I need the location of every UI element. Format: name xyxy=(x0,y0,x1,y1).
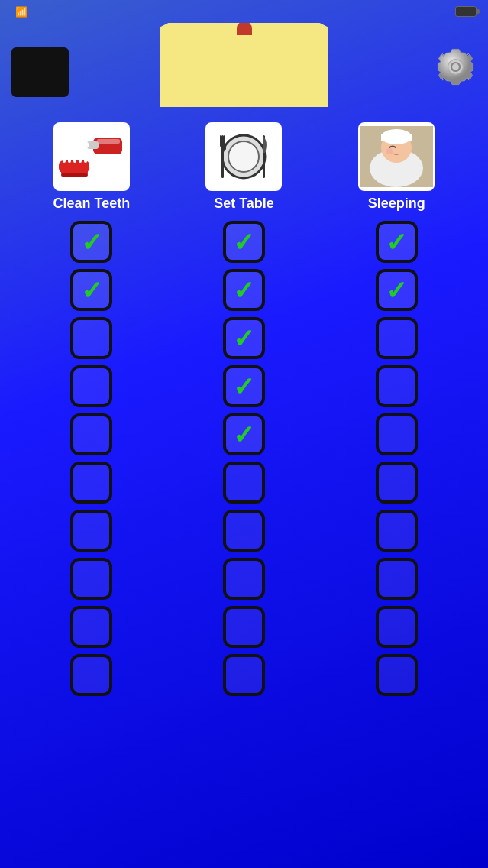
checkmark-icon: ✓ xyxy=(386,277,407,303)
svg-rect-19 xyxy=(220,135,221,147)
checkbox-column-1: ✓✓✓✓✓ xyxy=(175,221,312,696)
baby-icon xyxy=(360,126,433,187)
svg-rect-8 xyxy=(63,157,66,163)
task-image-clean-teeth[interactable] xyxy=(53,122,130,191)
svg-rect-18 xyxy=(221,135,224,178)
svg-rect-27 xyxy=(381,134,412,141)
checkbox-col0-row7[interactable] xyxy=(70,558,112,600)
checkbox-col2-row4[interactable] xyxy=(376,413,418,455)
checkbox-col2-row0[interactable]: ✓ xyxy=(376,221,418,263)
task-label-clean-teeth: Clean Teeth xyxy=(53,196,130,212)
svg-point-17 xyxy=(228,141,259,172)
svg-point-1 xyxy=(448,60,464,75)
checkbox-col1-row4[interactable]: ✓ xyxy=(223,413,265,455)
checkmark-icon: ✓ xyxy=(233,422,254,448)
checkmark-icon: ✓ xyxy=(233,277,254,303)
checkmark-icon: ✓ xyxy=(233,229,254,255)
svg-rect-9 xyxy=(68,157,71,163)
checkbox-col1-row7[interactable] xyxy=(223,558,265,600)
plate-icon xyxy=(208,126,280,187)
checkbox-column-0: ✓✓ xyxy=(23,221,160,696)
checkbox-col1-row0[interactable]: ✓ xyxy=(223,221,265,263)
wifi-icon: 📶 xyxy=(15,6,27,18)
checkbox-col2-row6[interactable] xyxy=(376,510,418,552)
camera-box xyxy=(11,47,69,97)
svg-rect-12 xyxy=(84,157,87,163)
checkbox-column-2: ✓✓ xyxy=(328,221,465,696)
checkbox-col2-row3[interactable] xyxy=(376,365,418,407)
task-image-set-table[interactable] xyxy=(205,122,282,191)
checkbox-col2-row2[interactable] xyxy=(376,317,418,359)
checkbox-col0-row1[interactable]: ✓ xyxy=(70,269,112,311)
header-area xyxy=(0,23,488,115)
status-left: 📶 xyxy=(11,6,27,18)
checkbox-col2-row5[interactable] xyxy=(376,462,418,504)
settings-button[interactable] xyxy=(435,46,477,88)
svg-point-28 xyxy=(386,148,393,154)
checkbox-col0-row4[interactable] xyxy=(70,413,112,455)
checkmark-icon: ✓ xyxy=(233,326,254,351)
checkbox-col0-row3[interactable] xyxy=(70,365,112,407)
battery-icon xyxy=(455,6,477,17)
svg-point-6 xyxy=(82,142,89,148)
checkmark-icon: ✓ xyxy=(386,229,407,255)
toothbrush-icon xyxy=(55,126,128,187)
checkmark-icon: ✓ xyxy=(233,374,254,400)
checkbox-col2-row9[interactable] xyxy=(376,654,418,696)
checkbox-col1-row1[interactable]: ✓ xyxy=(223,269,265,311)
checkbox-col2-row8[interactable] xyxy=(376,606,418,648)
column-header-clean-teeth: Clean Teeth xyxy=(23,122,160,212)
checkmark-icon: ✓ xyxy=(81,229,102,255)
svg-rect-10 xyxy=(73,157,76,163)
checkbox-col1-row9[interactable] xyxy=(223,654,265,696)
task-label-set-table: Set Table xyxy=(214,196,274,212)
svg-rect-4 xyxy=(97,139,120,144)
svg-rect-11 xyxy=(79,157,82,163)
column-headers: Clean Teeth xyxy=(15,122,473,212)
column-header-set-table: Set Table xyxy=(175,122,312,212)
tasks-area: Clean Teeth xyxy=(0,122,488,696)
checkbox-col1-row2[interactable]: ✓ xyxy=(223,317,265,359)
checkbox-col1-row5[interactable] xyxy=(223,462,265,504)
checkmark-icon: ✓ xyxy=(81,277,102,303)
checkbox-col0-row0[interactable]: ✓ xyxy=(70,221,112,263)
checkbox-col2-row1[interactable]: ✓ xyxy=(376,269,418,311)
task-image-sleeping[interactable] xyxy=(358,122,435,191)
checkbox-col0-row9[interactable] xyxy=(70,654,112,696)
task-label-sleeping: Sleeping xyxy=(368,196,425,212)
svg-rect-20 xyxy=(224,135,225,147)
svg-rect-21 xyxy=(221,146,226,150)
status-right xyxy=(455,6,477,17)
status-bar: 📶 xyxy=(0,0,488,23)
checkbox-col0-row6[interactable] xyxy=(70,510,112,552)
checkbox-col1-row8[interactable] xyxy=(223,606,265,648)
checkbox-col0-row5[interactable] xyxy=(70,462,112,504)
sticky-note xyxy=(160,23,328,107)
svg-rect-14 xyxy=(61,173,88,177)
checkbox-col0-row8[interactable] xyxy=(70,606,112,648)
checkbox-col1-row3[interactable]: ✓ xyxy=(223,365,265,407)
checkboxes-area: ✓✓✓✓✓✓✓✓✓ xyxy=(15,221,473,696)
checkbox-col2-row7[interactable] xyxy=(376,558,418,600)
column-header-sleeping: Sleeping xyxy=(328,122,465,212)
checkbox-col1-row6[interactable] xyxy=(223,510,265,552)
checkbox-col0-row2[interactable] xyxy=(70,317,112,359)
